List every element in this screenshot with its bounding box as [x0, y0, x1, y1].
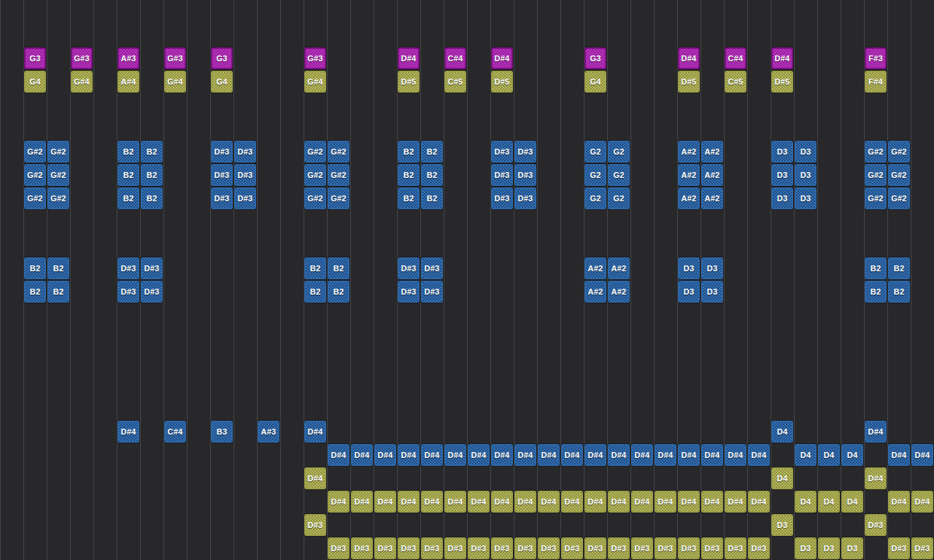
note-block[interactable]: B2	[328, 281, 350, 303]
note-block[interactable]: G#4	[164, 71, 186, 93]
note-block[interactable]: A#2	[584, 281, 606, 303]
note-block[interactable]: D#4	[584, 491, 606, 513]
note-block[interactable]: A#2	[678, 164, 700, 186]
note-block[interactable]: D#4	[538, 491, 560, 513]
note-block[interactable]: A#3	[258, 421, 279, 443]
note-block[interactable]: D4	[818, 491, 840, 513]
note-block[interactable]: D#4	[514, 444, 536, 466]
note-block[interactable]: D#3	[234, 141, 256, 163]
note-block[interactable]: C#4	[164, 421, 186, 443]
note-block[interactable]: G#2	[304, 164, 326, 186]
note-block[interactable]: D#4	[538, 444, 560, 466]
note-block[interactable]: B2	[865, 257, 887, 279]
note-block[interactable]: D#4	[771, 47, 793, 69]
note-block[interactable]: G#2	[304, 187, 326, 209]
note-block[interactable]: D#3	[211, 141, 233, 163]
note-block[interactable]: D#4	[631, 491, 653, 513]
note-block[interactable]: D#5	[678, 71, 700, 93]
note-block[interactable]: D#4	[468, 491, 490, 513]
note-block[interactable]: A#2	[584, 257, 606, 279]
note-block[interactable]: B2	[117, 187, 139, 209]
note-block[interactable]: D#4	[911, 491, 933, 513]
note-block[interactable]: D#4	[444, 444, 466, 466]
note-block[interactable]: B2	[421, 164, 443, 186]
note-block[interactable]: G#2	[328, 164, 350, 186]
note-block[interactable]: D#4	[865, 467, 887, 489]
note-block[interactable]: B2	[328, 257, 350, 279]
note-block[interactable]: D#3	[514, 537, 536, 559]
note-block[interactable]: G4	[24, 71, 46, 93]
note-block[interactable]: C#4	[444, 47, 466, 69]
note-block[interactable]: D#3	[398, 281, 420, 303]
note-block[interactable]: D#4	[701, 491, 723, 513]
note-block[interactable]: D#4	[304, 421, 326, 443]
note-block[interactable]: D#3	[491, 164, 513, 186]
note-block[interactable]: B2	[141, 141, 163, 163]
note-block[interactable]: D#4	[888, 444, 910, 466]
note-block[interactable]: D#3	[491, 537, 513, 559]
note-block[interactable]: D#3	[608, 537, 630, 559]
note-block[interactable]: B2	[47, 257, 69, 279]
note-block[interactable]: C#5	[444, 71, 466, 93]
note-block[interactable]: D3	[678, 257, 700, 279]
note-block[interactable]: D#3	[211, 187, 233, 209]
note-block[interactable]: G3	[584, 47, 606, 69]
note-block[interactable]: D#4	[421, 491, 443, 513]
note-block[interactable]: D#4	[678, 47, 700, 69]
note-block[interactable]: D#3	[538, 537, 560, 559]
note-block[interactable]: D#4	[584, 444, 606, 466]
note-block[interactable]: D4	[795, 491, 817, 513]
note-block[interactable]: D#4	[398, 491, 420, 513]
note-block[interactable]: F#4	[865, 71, 887, 93]
note-block[interactable]: G#2	[328, 187, 350, 209]
note-block[interactable]: D#4	[888, 491, 910, 513]
sequencer-grid[interactable]: G3G#3A#3G#3G3G#3D#4C#4D#4G3D#4C#4D#4F#3G…	[0, 0, 934, 560]
note-block[interactable]: G#2	[865, 164, 887, 186]
note-block[interactable]: D#4	[491, 47, 513, 69]
note-block[interactable]: G3	[24, 47, 46, 69]
note-block[interactable]: A#3	[117, 47, 139, 69]
note-block[interactable]: A#2	[701, 187, 723, 209]
note-block[interactable]: A#2	[701, 141, 723, 163]
note-block[interactable]: G#4	[304, 71, 326, 93]
note-block[interactable]: D#4	[421, 444, 443, 466]
note-block[interactable]: D#3	[514, 141, 536, 163]
note-block[interactable]: D3	[771, 141, 793, 163]
note-block[interactable]: B2	[304, 257, 326, 279]
note-block[interactable]: G2	[608, 187, 630, 209]
note-block[interactable]: D#4	[117, 421, 139, 443]
note-block[interactable]: B2	[421, 187, 443, 209]
note-block[interactable]: D#3	[398, 537, 420, 559]
note-block[interactable]: D#3	[117, 281, 139, 303]
note-block[interactable]: D#3	[117, 257, 139, 279]
note-block[interactable]: D#4	[631, 444, 653, 466]
note-block[interactable]: B2	[421, 141, 443, 163]
note-block[interactable]: D3	[841, 537, 863, 559]
note-block[interactable]: G#4	[71, 71, 93, 93]
note-block[interactable]: D3	[818, 537, 840, 559]
note-block[interactable]: D#3	[421, 537, 443, 559]
note-block[interactable]: G#2	[47, 187, 69, 209]
note-block[interactable]: D#4	[561, 491, 583, 513]
note-block[interactable]: G#3	[164, 47, 186, 69]
note-block[interactable]: C#4	[725, 47, 746, 69]
note-block[interactable]: D#3	[678, 537, 700, 559]
note-block[interactable]: B2	[888, 257, 910, 279]
note-block[interactable]: D#4	[514, 491, 536, 513]
note-block[interactable]: G#2	[888, 164, 910, 186]
note-block[interactable]: B2	[47, 281, 69, 303]
note-block[interactable]: D#3	[141, 257, 163, 279]
note-block[interactable]: D#3	[421, 257, 443, 279]
note-block[interactable]: D#4	[444, 491, 466, 513]
note-block[interactable]: D#4	[491, 491, 513, 513]
note-block[interactable]: D4	[795, 444, 817, 466]
note-block[interactable]: D#4	[865, 421, 887, 443]
note-block[interactable]: D#3	[888, 537, 910, 559]
note-block[interactable]: D#4	[491, 444, 513, 466]
note-block[interactable]: D#4	[328, 491, 350, 513]
note-block[interactable]: G#2	[24, 141, 46, 163]
note-block[interactable]: D3	[795, 141, 817, 163]
note-block[interactable]: D4	[771, 467, 793, 489]
note-block[interactable]: D#4	[655, 444, 676, 466]
note-block[interactable]: D#4	[351, 491, 373, 513]
